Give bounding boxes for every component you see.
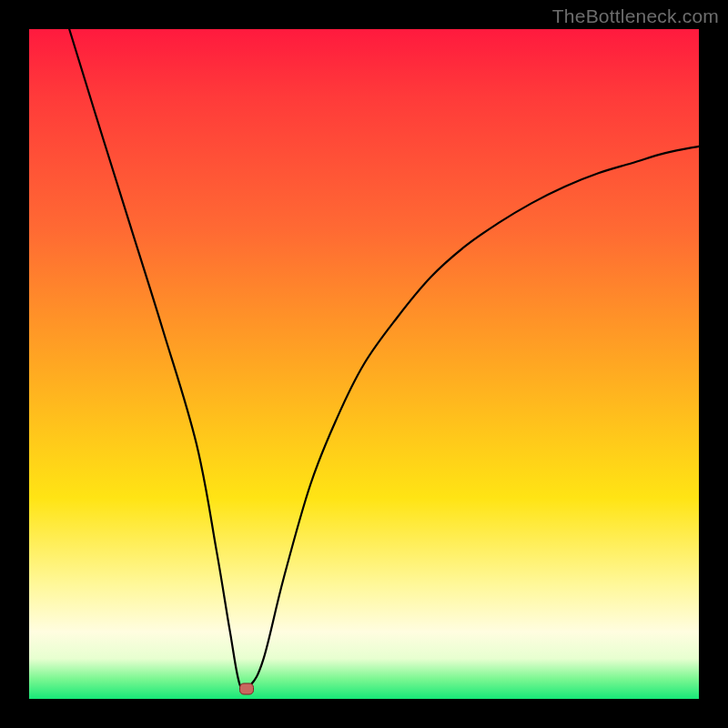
minimum-marker	[239, 682, 254, 694]
chart-frame: TheBottleneck.com	[0, 0, 728, 728]
plot-area	[29, 29, 699, 699]
watermark-text: TheBottleneck.com	[552, 5, 719, 27]
bottleneck-curve	[29, 29, 699, 699]
